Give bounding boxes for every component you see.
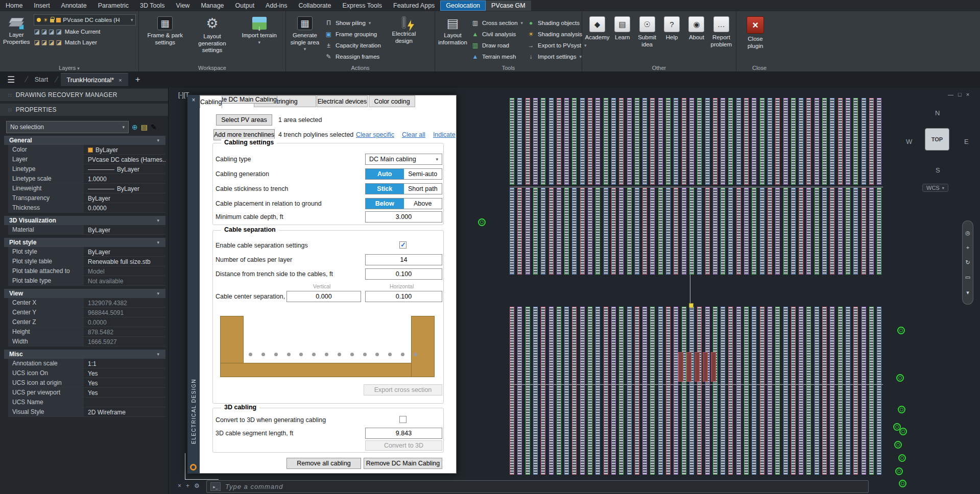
ribbon-tab[interactable]: 3D Tools: [134, 1, 170, 11]
ribbon-small-button[interactable]: ☀ Shading analysis: [527, 30, 587, 39]
property-section-header[interactable]: Misc: [4, 350, 165, 359]
ribbon-small-button[interactable]: ↓ Import settings ▾: [527, 52, 587, 61]
viewcube-top-button[interactable]: TOP: [925, 128, 949, 151]
command-input-placeholder[interactable]: Type a command: [225, 483, 283, 490]
property-row[interactable]: Material ByLayer: [8, 225, 165, 235]
new-tab-button[interactable]: +: [128, 75, 148, 85]
placement-toggle[interactable]: BelowAbove: [365, 198, 442, 209]
dialog-tab[interactable]: Color coding: [369, 95, 415, 107]
statusbar-icon[interactable]: +: [186, 482, 189, 489]
property-row[interactable]: Visual Style 2D Wireframe: [8, 407, 165, 417]
property-row[interactable]: Plot style table Renewable full size.stb: [8, 257, 165, 266]
property-row[interactable]: Plot table type Not available: [8, 276, 165, 286]
layer-properties-button[interactable]: Layer Properties: [3, 14, 30, 45]
ribbon-tab[interactable]: View: [171, 1, 196, 11]
layer-dropdown[interactable]: ☀ PVcase DC cables (H ▾: [34, 14, 136, 26]
navigation-tool-icon[interactable]: ↻: [965, 259, 970, 266]
statusbar-icon[interactable]: ⚙: [194, 482, 200, 489]
selector-tool-icon[interactable]: ✎: [151, 123, 157, 131]
close-plugin-button[interactable]: × Close plugin: [739, 14, 771, 50]
clear-link[interactable]: Indicate: [433, 131, 456, 138]
min-depth-input[interactable]: 3.000: [365, 211, 442, 223]
ribbon-small-button[interactable]: Π Show piling ▾: [325, 18, 384, 28]
property-section-header[interactable]: Plot style: [4, 238, 165, 247]
close-tab-icon[interactable]: ×: [118, 77, 122, 83]
ribbon-help-button[interactable]: ☉ Submit idea: [635, 14, 658, 48]
property-row[interactable]: UCS Name: [8, 398, 165, 407]
generate-single-area-button[interactable]: ▦ Generate single area ▾: [289, 14, 321, 50]
segment-length-input[interactable]: 9.843: [365, 428, 442, 439]
window-control-icon[interactable]: ×: [966, 91, 969, 97]
property-row[interactable]: UCS icon at origin Yes: [8, 378, 165, 388]
panel-label-layers[interactable]: Layers ▾: [0, 65, 138, 71]
ribbon-small-button[interactable]: ✎ Reassign frames: [325, 52, 384, 61]
enable-separation-checkbox[interactable]: [399, 241, 407, 249]
make-current-button[interactable]: ◪◪◪◪ Make Current: [34, 27, 136, 36]
property-row[interactable]: UCS icon On Yes: [8, 368, 165, 378]
clear-link[interactable]: Clear all: [402, 131, 425, 138]
selector-tool-icon[interactable]: ⊕: [132, 123, 138, 131]
ribbon-small-button[interactable]: ▣ Frame grouping: [325, 30, 384, 39]
electrical-design-button[interactable]: Electrical design: [388, 14, 420, 44]
statusbar-icon[interactable]: ×: [178, 482, 181, 489]
navigation-tool-icon[interactable]: ◎: [965, 230, 970, 236]
ribbon-help-button[interactable]: … Report problem: [710, 14, 733, 48]
clear-link[interactable]: Clear specific: [356, 131, 394, 138]
property-row[interactable]: Plot table attached to Model: [8, 266, 165, 276]
horizontal-separation-input[interactable]: 0.100: [365, 291, 442, 302]
footer-button[interactable]: Remove all cabling: [286, 458, 361, 469]
ribbon-tab[interactable]: Geolocation: [440, 1, 486, 11]
ribbon-small-button[interactable]: ▲ Terrain mesh: [471, 52, 523, 61]
property-row[interactable]: Width 1666.5927: [8, 337, 165, 347]
ribbon-tab[interactable]: Express Tools: [337, 1, 388, 11]
command-line[interactable]: ▸_ Type a command: [206, 480, 869, 493]
generation-toggle[interactable]: AutoSemi-auto: [365, 168, 442, 180]
ribbon-small-button[interactable]: ▥ Draw road: [471, 41, 523, 50]
ribbon-help-button[interactable]: ◉ About: [685, 14, 708, 41]
compass-east[interactable]: E: [964, 138, 969, 145]
command-customize-icon[interactable]: ▸_: [210, 482, 221, 491]
cabling-type-dropdown[interactable]: DC Main cabling▾: [365, 154, 442, 165]
ribbon-tab[interactable]: Featured Apps: [388, 1, 440, 11]
property-section-header[interactable]: General: [4, 136, 165, 145]
ribbon-tab[interactable]: Annotate: [56, 1, 92, 11]
tab-drawing-active[interactable]: TrunkHorizontal* ×: [61, 73, 128, 86]
compass-west[interactable]: W: [906, 138, 912, 145]
ribbon-small-button[interactable]: ▲ Civil analysis: [471, 30, 523, 39]
ribbon-tab[interactable]: Insert: [28, 1, 55, 11]
select-pv-areas-button[interactable]: Select PV areas: [216, 114, 272, 126]
hamburger-menu-icon[interactable]: ☰: [0, 75, 22, 85]
navigation-tool-icon[interactable]: +: [966, 244, 969, 251]
layout-information-button[interactable]: ▤ Layout information: [438, 14, 467, 46]
compass-north[interactable]: N: [935, 109, 940, 117]
property-row[interactable]: Lineweight ByLayer: [8, 184, 165, 193]
convert-3d-button[interactable]: Convert to 3D: [365, 440, 442, 451]
dialog-tab[interactable]: Electrical devices: [317, 95, 368, 107]
property-row[interactable]: Layer PVcase DC cables (Harnes...: [8, 155, 165, 164]
ribbon-tab[interactable]: Home: [0, 1, 28, 11]
convert-3d-checkbox[interactable]: [399, 416, 407, 423]
property-section-header[interactable]: View: [4, 289, 165, 298]
ribbon-big-button[interactable]: ⚙ Layout generation settings: [193, 14, 232, 56]
ribbon-tab[interactable]: Manage: [195, 1, 229, 11]
ribbon-tab[interactable]: PVcase GM: [486, 1, 531, 11]
property-row[interactable]: Plot style ByLayer: [8, 247, 165, 257]
properties-palette-bar[interactable]: PROPERTIES: [0, 104, 168, 116]
export-cross-section-button[interactable]: Export cross section: [364, 384, 442, 396]
window-control-icon[interactable]: —: [948, 91, 953, 97]
ribbon-tab[interactable]: Add-ins: [260, 1, 293, 11]
property-row[interactable]: Annotation scale 1:1: [8, 359, 165, 368]
ribbon-small-button[interactable]: → Export to PVsyst ▾: [527, 41, 587, 50]
ribbon-tab[interactable]: Output: [230, 1, 260, 11]
close-icon[interactable]: ×: [187, 96, 200, 104]
vertical-separation-input[interactable]: 0.000: [286, 291, 361, 302]
selector-tool-icon[interactable]: ▤: [141, 123, 148, 131]
tab-start[interactable]: Start: [31, 76, 52, 83]
dialog-tab[interactable]: Cabling: [200, 95, 222, 108]
ribbon-help-button[interactable]: ◆ Academy: [585, 14, 609, 41]
ribbon-help-button[interactable]: ▤ Learn: [611, 14, 634, 41]
property-row[interactable]: UCS per viewport Yes: [8, 388, 165, 398]
trench-distance-input[interactable]: 0.100: [365, 268, 442, 280]
compass-south[interactable]: S: [936, 166, 940, 174]
footer-button[interactable]: Remove DC Main Cabling: [364, 458, 442, 469]
